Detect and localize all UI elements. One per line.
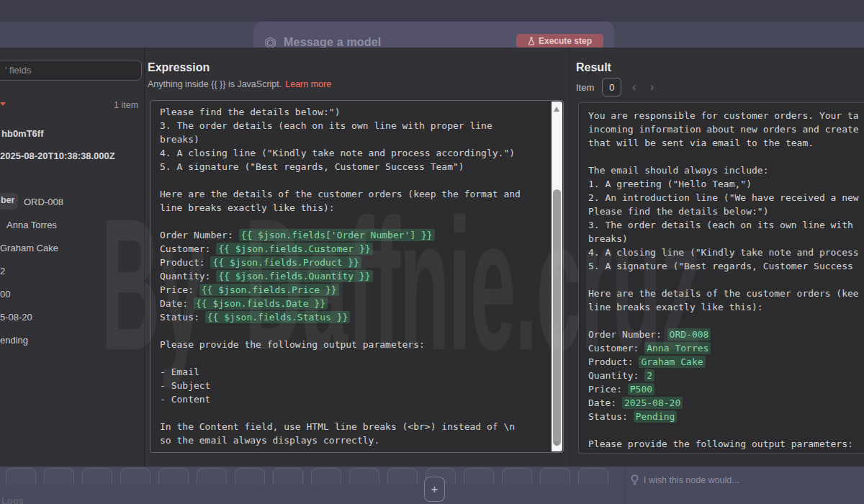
code-line: 5. A signature ("Best regards, Customer … bbox=[588, 259, 864, 273]
code-line: 3. The order details (each on its own li… bbox=[588, 218, 864, 232]
flask-icon bbox=[528, 37, 535, 45]
top-nav-strip bbox=[0, 0, 864, 22]
result-item-selector: Item 0 ‹ › bbox=[576, 78, 657, 96]
code-line: Order Number: ORD-008 bbox=[588, 328, 864, 341]
code-line: - Content bbox=[160, 392, 547, 406]
field-value-price: 00 bbox=[0, 289, 10, 300]
canvas-node-top bbox=[387, 468, 418, 485]
code-line: Here are the details of the customer ord… bbox=[588, 287, 864, 300]
code-line: Please provide the following output para… bbox=[160, 338, 547, 351]
code-line: Product: {{ $json.fields.Product }} bbox=[160, 256, 547, 269]
execute-step-button[interactable]: Execute step bbox=[516, 34, 603, 48]
canvas-node-top bbox=[578, 468, 608, 485]
item-count: 1 item bbox=[114, 100, 141, 110]
code-line bbox=[160, 174, 547, 187]
result-code: You are responsible for customer orders.… bbox=[588, 109, 864, 449]
code-line: 4. A closing line ("Kindly take note and… bbox=[160, 146, 547, 160]
code-line: Please provide the following output para… bbox=[588, 437, 864, 449]
scroll-down-icon[interactable] bbox=[554, 441, 559, 446]
canvas-node-top bbox=[120, 468, 150, 485]
code-line: incoming information about new orders an… bbox=[588, 122, 864, 136]
expression-editor[interactable]: Please find the details below:")3. The o… bbox=[150, 100, 564, 453]
canvas-node-top bbox=[273, 468, 303, 485]
field-value-status: ending bbox=[0, 335, 28, 346]
code-line: - Subject bbox=[160, 379, 547, 392]
wish-text: I wish this node would... bbox=[644, 475, 739, 485]
learn-more-link[interactable]: Learn more bbox=[285, 79, 331, 89]
code-line bbox=[160, 351, 547, 365]
code-line: Price: ₱500 bbox=[588, 382, 864, 396]
code-line: 5. A signature ("Best regards, Customer … bbox=[160, 160, 547, 174]
code-line: Please find the details below:") bbox=[160, 105, 547, 119]
expression-title: Expression bbox=[148, 61, 210, 74]
canvas-node-top bbox=[235, 468, 265, 485]
canvas-node-top bbox=[311, 468, 341, 485]
result-title: Result bbox=[576, 61, 611, 74]
add-node-button[interactable]: + bbox=[424, 477, 445, 502]
code-line bbox=[160, 215, 547, 228]
node-feedback[interactable]: I wish this node would... bbox=[631, 474, 739, 485]
code-line bbox=[588, 314, 864, 328]
code-line bbox=[588, 423, 864, 437]
field-name-fragment: ber bbox=[1, 195, 14, 205]
field-value-id: hb0mT6ff bbox=[1, 128, 44, 139]
canvas-node-top bbox=[540, 468, 570, 485]
code-line: Status: Pending bbox=[588, 410, 864, 423]
canvas-node-top bbox=[349, 468, 379, 485]
canvas-node-top bbox=[6, 468, 36, 485]
expression-panel: 1 item hb0mT6ff 2025-08-20T10:38:38.000Z… bbox=[0, 48, 864, 467]
code-line: breaks) bbox=[588, 232, 864, 246]
code-line bbox=[160, 324, 547, 338]
next-item-icon[interactable]: › bbox=[647, 81, 657, 93]
field-value-order-number: ORD-008 bbox=[24, 197, 63, 207]
code-line: Here are the details of the customer ord… bbox=[160, 187, 547, 201]
expression-code[interactable]: Please find the details below:")3. The o… bbox=[160, 105, 547, 449]
execute-step-label: Execute step bbox=[539, 36, 592, 46]
code-line: Product: Graham Cake bbox=[588, 355, 864, 369]
editor-scrollbar[interactable] bbox=[552, 102, 562, 451]
scrollbar-thumb[interactable] bbox=[553, 189, 561, 446]
code-line: Status: {{ $json.fields.Status }} bbox=[160, 310, 547, 324]
result-viewer[interactable]: You are responsible for customer orders.… bbox=[578, 102, 864, 454]
expression-hint: Anything inside {{ }} is JavaScript. bbox=[148, 79, 282, 89]
code-line: Order Number: {{ $json.fields['Order Num… bbox=[160, 228, 547, 242]
scroll-up-icon[interactable] bbox=[554, 107, 559, 112]
panel-divider-right bbox=[569, 48, 570, 467]
canvas-node-top bbox=[82, 468, 112, 485]
logs-label[interactable]: Logs bbox=[1, 495, 24, 504]
canvas-node-top bbox=[44, 468, 74, 485]
prev-item-icon[interactable]: ‹ bbox=[629, 81, 639, 93]
code-line: Please find the details below:") bbox=[588, 204, 864, 218]
code-line: that will be sent via email to the team. bbox=[588, 136, 864, 150]
expression-subtitle: Anything inside {{ }} is JavaScript.Lear… bbox=[148, 79, 331, 89]
schema-caret-icon[interactable] bbox=[0, 102, 6, 106]
code-line: 4. A closing line ("Kindly take note and… bbox=[588, 246, 864, 259]
item-label: Item bbox=[576, 82, 594, 93]
code-line: 2. An introduction line ("We have receiv… bbox=[588, 191, 864, 204]
code-line: 3. The order details (each on its own li… bbox=[160, 119, 547, 132]
code-line: Quantity: 2 bbox=[588, 369, 864, 382]
code-line: so the email always displays correctly. bbox=[160, 433, 547, 447]
footer-divider bbox=[625, 467, 626, 504]
field-value-createdtime: 2025-08-20T10:38:38.000Z bbox=[0, 150, 115, 161]
canvas-node-top bbox=[464, 468, 494, 485]
code-line bbox=[160, 406, 547, 420]
canvas-node-top bbox=[197, 468, 227, 485]
field-value-quantity: 2 bbox=[0, 266, 5, 276]
item-index-box[interactable]: 0 bbox=[602, 78, 621, 96]
canvas-node-top bbox=[502, 468, 532, 485]
code-line: Date: {{ $json.fields.Date }} bbox=[160, 297, 547, 310]
code-line: Customer: {{ $json.fields.Customer }} bbox=[160, 242, 547, 256]
code-line: Date: 2025-08-20 bbox=[588, 396, 864, 410]
code-line: line breaks exactly like this): bbox=[588, 300, 864, 314]
code-line: line breaks exactly like this): bbox=[160, 201, 547, 215]
field-value-customer: Anna Torres bbox=[6, 220, 57, 230]
field-value-product: Graham Cake bbox=[0, 243, 58, 253]
panel-divider-left bbox=[144, 48, 145, 467]
code-line: Price: {{ $json.fields.Price }} bbox=[160, 283, 547, 297]
code-line: In the Content field, use HTML line brea… bbox=[160, 420, 547, 433]
code-line bbox=[588, 150, 864, 163]
code-line: - Email bbox=[160, 365, 547, 379]
search-fields-input[interactable] bbox=[0, 60, 142, 81]
code-line: 1. A greeting ("Hello Team,") bbox=[588, 177, 864, 191]
